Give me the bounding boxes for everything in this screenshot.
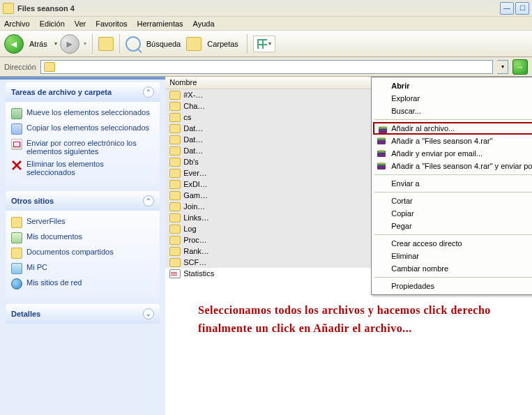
- address-bar: Dirección ▾ →: [0, 57, 532, 77]
- delete-icon: [11, 160, 22, 171]
- cm-cut[interactable]: Cortar: [373, 195, 532, 207]
- svg-rect-4: [380, 126, 386, 128]
- folder-icon: [169, 191, 181, 200]
- menu-tools[interactable]: Herramientas: [137, 20, 183, 28]
- search-label[interactable]: Búsqueda: [144, 40, 184, 48]
- cm-add-named[interactable]: Añadir a "Files seanson 4.rar": [373, 135, 532, 147]
- menu-file[interactable]: Archivo: [4, 20, 30, 28]
- back-dropdown[interactable]: ▾: [54, 40, 57, 47]
- file-icon: [169, 269, 181, 278]
- move-icon: [11, 108, 22, 119]
- folder-icon: [169, 158, 181, 167]
- cm-add-email[interactable]: Añadir y enviar por email...: [373, 147, 532, 160]
- folder-icon: [169, 202, 181, 211]
- back-button[interactable]: ◄: [4, 34, 24, 54]
- cm-properties[interactable]: Propiedades: [373, 280, 532, 292]
- places-panel-title: Otros sitios: [11, 197, 54, 205]
- task-delete[interactable]: Eliminar los elementos seleccionados: [11, 158, 154, 179]
- folder-icon: [169, 102, 181, 111]
- file-name: Join…: [183, 202, 390, 211]
- chevron-up-icon[interactable]: ⌃: [143, 195, 154, 206]
- menu-bar: Archivo Edición Ver Favoritos Herramient…: [0, 17, 532, 31]
- folder-icon: [169, 213, 181, 222]
- file-name: Statistics: [183, 269, 390, 278]
- window-title: Files seanson 4: [17, 4, 500, 13]
- toolbar: ◄ Atrás ▾ ► ▾ Búsqueda Carpetas ▾: [0, 31, 532, 57]
- folder-icon: [169, 169, 181, 178]
- menu-help[interactable]: Ayuda: [193, 20, 215, 28]
- forward-dropdown[interactable]: ▾: [84, 40, 86, 47]
- file-name: Ever…: [183, 169, 390, 177]
- folder-icon: [169, 146, 181, 156]
- cm-explore[interactable]: Explorar: [373, 92, 532, 105]
- cm-paste[interactable]: Pegar: [373, 220, 532, 232]
- up-folder-button[interactable]: [98, 37, 114, 51]
- address-input[interactable]: [40, 60, 493, 74]
- search-icon[interactable]: [126, 36, 141, 52]
- folder-icon: [169, 180, 181, 189]
- task-mail[interactable]: Enviar por correo electrónico los elemen…: [11, 137, 154, 158]
- details-panel-title: Detalles: [11, 310, 40, 318]
- menu-edit[interactable]: Edición: [40, 20, 65, 28]
- cm-shortcut[interactable]: Crear acceso directo: [373, 237, 532, 250]
- winrar-icon: [377, 162, 386, 170]
- cm-rename[interactable]: Cambiar nombre: [373, 262, 532, 275]
- file-name: Rank…: [183, 247, 390, 255]
- cm-delete[interactable]: Eliminar: [373, 250, 532, 262]
- winrar-icon: [377, 137, 386, 145]
- folder-icon: [169, 236, 181, 245]
- cm-send-to[interactable]: Enviar a: [373, 177, 532, 190]
- winrar-icon: [377, 149, 386, 158]
- folder-icon: [169, 91, 181, 100]
- svg-rect-13: [379, 163, 384, 164]
- col-name[interactable]: Nombre: [165, 77, 388, 89]
- minimize-button[interactable]: —: [500, 2, 514, 15]
- computer-icon: [11, 263, 22, 274]
- chevron-up-icon[interactable]: ⌃: [143, 86, 154, 98]
- file-name: Proc…: [183, 236, 390, 244]
- shared-folder-icon: [11, 248, 22, 259]
- folders-label[interactable]: Carpetas: [204, 40, 241, 48]
- place-mydocs[interactable]: Mis documentos: [11, 230, 154, 246]
- file-name: Gam…: [183, 191, 390, 199]
- go-button[interactable]: →: [512, 59, 528, 75]
- place-mypc[interactable]: Mi PC: [11, 261, 154, 276]
- tasks-panel: Tareas de archivo y carpeta ⌃ Mueve los …: [6, 82, 160, 186]
- folder-icon: [169, 135, 181, 144]
- address-dropdown[interactable]: ▾: [497, 60, 508, 74]
- context-menu: Abrir Explorar Buscar... Añadir al archi…: [371, 77, 532, 295]
- cm-copy[interactable]: Copiar: [373, 207, 532, 220]
- sidebar: Tareas de archivo y carpeta ⌃ Mueve los …: [0, 77, 165, 415]
- address-label: Dirección: [4, 63, 36, 71]
- folders-icon[interactable]: [186, 37, 202, 51]
- address-folder-icon: [44, 62, 55, 72]
- cm-add-named-email[interactable]: Añadir a "Files seanson 4.rar" y enviar …: [373, 160, 532, 172]
- annotation-text: Seleccionamos todos los archivos y hacem…: [198, 301, 523, 338]
- file-name: ExDl…: [183, 180, 390, 188]
- maximize-button[interactable]: ☐: [515, 2, 529, 15]
- copy-icon: [11, 123, 22, 135]
- folder-icon: [169, 258, 181, 267]
- place-shared[interactable]: Documentos compartidos: [11, 246, 154, 261]
- back-label: Atrás: [26, 40, 50, 48]
- task-move[interactable]: Mueve los elementos seleccionados: [11, 106, 154, 121]
- cm-add-archive[interactable]: Añadir al archivo...: [373, 122, 532, 135]
- menu-favorites[interactable]: Favoritos: [96, 20, 127, 28]
- menu-view[interactable]: Ver: [75, 20, 86, 28]
- winrar-icon: [378, 126, 388, 134]
- file-name: Cha…: [183, 102, 390, 110]
- forward-button[interactable]: ►: [60, 34, 79, 54]
- mail-icon: [11, 139, 22, 150]
- details-panel: Detalles ⌄: [6, 304, 160, 324]
- file-name: Db's: [183, 158, 390, 166]
- documents-icon: [11, 232, 22, 243]
- chevron-down-icon[interactable]: ⌄: [143, 308, 154, 319]
- cm-search[interactable]: Buscar...: [373, 105, 532, 117]
- file-name: Dat…: [183, 135, 390, 144]
- place-network[interactable]: Mis sitios de red: [11, 276, 154, 292]
- place-serverfiles[interactable]: ServerFiles: [11, 215, 154, 230]
- task-copy[interactable]: Copiar los elementos seleccionados: [11, 121, 154, 137]
- file-list: Nombre Fecha de modificación #X-…… de ar…: [165, 77, 532, 415]
- views-button[interactable]: ▾: [253, 36, 275, 52]
- cm-open[interactable]: Abrir: [373, 80, 532, 92]
